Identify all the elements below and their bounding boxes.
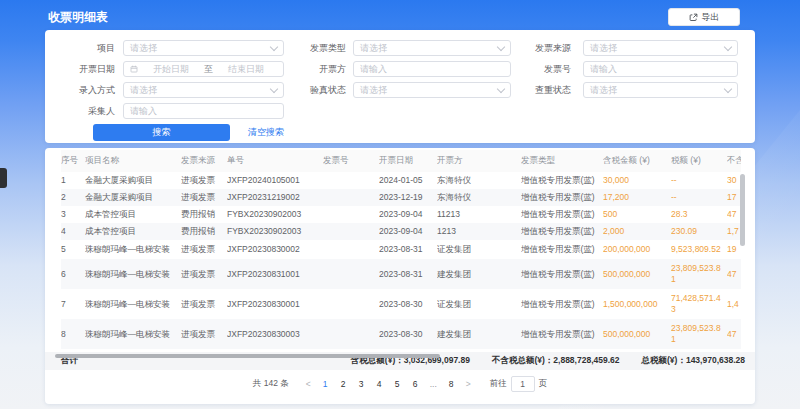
page-button[interactable]: 6 bbox=[410, 379, 421, 389]
column-header: 开票方 bbox=[437, 150, 521, 172]
page: 收票明细表 导出 项目 请选择 发票类型 请选择 bbox=[0, 0, 800, 409]
table-cell: 2 bbox=[61, 189, 85, 206]
filter-duplicate-status: 查重状态 请选择 bbox=[532, 82, 738, 98]
table-cell bbox=[323, 259, 379, 289]
table-cell bbox=[323, 223, 379, 240]
table-cell: 2,000 bbox=[603, 223, 671, 240]
project-select[interactable]: 请选择 bbox=[123, 40, 284, 56]
table-cell: 证发集团 bbox=[437, 240, 521, 259]
page-button[interactable]: 4 bbox=[374, 379, 385, 389]
table-cell: 证发集团 bbox=[437, 289, 521, 319]
table-cell: 3 bbox=[61, 206, 85, 223]
table-row: 5珠穆朗玛峰—电梯安装进项发票JXFP202308300022023-08-31… bbox=[61, 240, 741, 259]
table-cell: 7 bbox=[61, 289, 85, 319]
page-jump-input[interactable] bbox=[511, 376, 535, 392]
filter-project: 项目 请选择 bbox=[63, 40, 284, 56]
table-cell: 金融大厦采购项目 bbox=[85, 189, 181, 206]
verify-status-select[interactable]: 请选择 bbox=[353, 82, 511, 98]
table-cell: JXFP20230830002 bbox=[227, 240, 323, 259]
export-button[interactable]: 导出 bbox=[668, 8, 740, 26]
table-cell: 71,428,571.43 bbox=[671, 289, 727, 319]
table-row: 3成本管控项目费用报销FYBX202309020032023-09-041121… bbox=[61, 206, 741, 223]
invoice-type-select[interactable]: 请选择 bbox=[353, 40, 511, 56]
table-cell: 47 bbox=[727, 259, 741, 289]
table-row: 6珠穆朗玛峰—电梯安装进项发票JXFP202308310012023-08-31… bbox=[61, 259, 741, 289]
page-jump: 前往 页 bbox=[490, 376, 548, 392]
table-cell: 进项发票 bbox=[181, 240, 227, 259]
invoice-date-range[interactable]: 至 bbox=[123, 61, 284, 77]
table-cell: JXFP20231219002 bbox=[227, 189, 323, 206]
issuer-input[interactable] bbox=[360, 64, 504, 74]
table-cell: 增值税专用发票(蓝) bbox=[521, 189, 603, 206]
table-cell: 珠穆朗玛峰—电梯安装 bbox=[85, 319, 181, 349]
entry-method-select[interactable]: 请选择 bbox=[123, 82, 284, 98]
column-header: 不含税金额 (¥) bbox=[727, 150, 741, 172]
vertical-scrollbar-thumb[interactable] bbox=[740, 174, 745, 246]
collector-input[interactable] bbox=[130, 106, 277, 116]
table-cell: 5 bbox=[61, 240, 85, 259]
page-button[interactable]: 5 bbox=[392, 379, 403, 389]
table-scroll-area: 序号项目名称发票来源单号发票号开票日期开票方发票类型含税金额 (¥)税额 (¥)… bbox=[61, 150, 741, 349]
sidebar-collapse-handle[interactable] bbox=[0, 168, 7, 188]
table-cell: 进项发票 bbox=[181, 172, 227, 189]
table-cell: 进项发票 bbox=[181, 319, 227, 349]
table-cell: 1,4 bbox=[727, 289, 741, 319]
table-cell: 17,200 bbox=[603, 189, 671, 206]
table-cell: 增值税专用发票(蓝) bbox=[521, 240, 603, 259]
filter-invoice-number: 发票号 bbox=[532, 61, 738, 77]
filter-label-entry-method: 录入方式 bbox=[63, 84, 115, 97]
invoice-source-select[interactable]: 请选择 bbox=[583, 40, 738, 56]
column-header: 税额 (¥) bbox=[671, 150, 727, 172]
table-cell: 30 bbox=[727, 172, 741, 189]
column-header: 项目名称 bbox=[85, 150, 181, 172]
page-button[interactable]: 2 bbox=[338, 379, 349, 389]
filter-invoice-date: 开票日期 至 bbox=[63, 61, 284, 77]
filter-label-invoice-type: 发票类型 bbox=[302, 42, 346, 55]
filter-label-verify-status: 验真状态 bbox=[302, 84, 346, 97]
select-placeholder: 请选择 bbox=[360, 84, 387, 97]
table-cell: 500,000,000 bbox=[603, 259, 671, 289]
table-cell: 9,523,809.52 bbox=[671, 240, 727, 259]
date-range-separator: 至 bbox=[202, 63, 215, 76]
invoice-table: 序号项目名称发票来源单号发票号开票日期开票方发票类型含税金额 (¥)税额 (¥)… bbox=[61, 150, 741, 349]
table-cell: JXFP20230831001 bbox=[227, 259, 323, 289]
table-cell: 成本管控项目 bbox=[85, 206, 181, 223]
filter-label-issuer: 开票方 bbox=[302, 63, 346, 76]
calendar-icon bbox=[130, 65, 138, 73]
search-button[interactable]: 搜索 bbox=[93, 124, 230, 141]
table-cell: 500 bbox=[603, 206, 671, 223]
page-button[interactable]: 1 bbox=[320, 379, 331, 389]
start-date-input[interactable] bbox=[140, 64, 202, 74]
invoice-number-input[interactable] bbox=[590, 64, 731, 74]
table-cell: 增值税专用发票(蓝) bbox=[521, 289, 603, 319]
next-page-button[interactable]: > bbox=[464, 379, 473, 389]
chevron-down-icon bbox=[724, 85, 732, 93]
column-header: 开票日期 bbox=[379, 150, 437, 172]
table-cell bbox=[323, 172, 379, 189]
table-cell: 珠穆朗玛峰—电梯安装 bbox=[85, 259, 181, 289]
invoice-number-field bbox=[583, 61, 738, 77]
table-row: 1金融大厦采购项目进项发票JXFP202401050012024-01-05东海… bbox=[61, 172, 741, 189]
table-cell bbox=[323, 189, 379, 206]
clear-search-link[interactable]: 清空搜索 bbox=[248, 126, 284, 139]
table-cell: 2023-08-31 bbox=[379, 259, 437, 289]
table-cell: 增值税专用发票(蓝) bbox=[521, 206, 603, 223]
table-row: 7珠穆朗玛峰—电梯安装进项发票JXFP202308300012023-08-30… bbox=[61, 289, 741, 319]
end-date-input[interactable] bbox=[215, 64, 277, 74]
table-cell: 建发集团 bbox=[437, 319, 521, 349]
page-button[interactable]: 3 bbox=[356, 379, 367, 389]
table-cell: JXFP20230830003 bbox=[227, 319, 323, 349]
table-cell: 费用报销 bbox=[181, 206, 227, 223]
invoice-table-body: 1金融大厦采购项目进项发票JXFP202401050012024-01-05东海… bbox=[61, 172, 741, 349]
duplicate-status-select[interactable]: 请选择 bbox=[583, 82, 738, 98]
filter-issuer: 开票方 bbox=[302, 61, 511, 77]
chevron-down-icon bbox=[270, 85, 278, 93]
horizontal-scrollbar-thumb[interactable] bbox=[55, 354, 440, 358]
prev-page-button[interactable]: < bbox=[304, 379, 313, 389]
select-placeholder: 请选择 bbox=[130, 42, 157, 55]
table-cell: 成本管控项目 bbox=[85, 223, 181, 240]
page-button[interactable]: 8 bbox=[446, 379, 457, 389]
filter-invoice-source: 发票来源 请选择 bbox=[532, 40, 738, 56]
table-cell: 珠穆朗玛峰—电梯安装 bbox=[85, 289, 181, 319]
chevron-down-icon bbox=[497, 85, 505, 93]
